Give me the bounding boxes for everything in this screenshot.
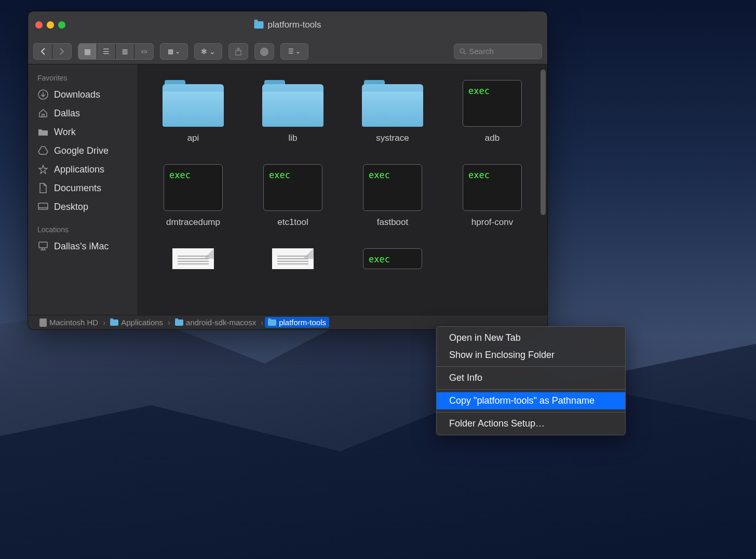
chevron-right-icon: › [103, 318, 105, 327]
share-group [228, 43, 248, 60]
house-icon [37, 108, 49, 119]
action-button[interactable]: ✻ ⌄ [195, 44, 222, 59]
sidebar-item-label: Applications [54, 164, 104, 175]
traffic-lights [35, 21, 65, 29]
arrange-button[interactable]: ▦ ⌄ [160, 44, 187, 59]
exec-icon: exec [164, 164, 223, 211]
context-menu: Open in New Tab Show in Enclosing Folder… [436, 326, 626, 435]
doc-icon [37, 182, 49, 194]
svg-rect-0 [236, 50, 241, 55]
sidebar-item-applications[interactable]: Applications [28, 160, 138, 179]
arrange-group: ▦ ⌄ [160, 43, 188, 60]
file-item-partial[interactable] [148, 248, 238, 269]
scrollbar-thumb[interactable] [541, 70, 546, 215]
menu-separator [437, 412, 625, 412]
folder-icon [175, 320, 183, 326]
menu-separator [437, 389, 625, 390]
file-item-dmtracedump[interactable]: exec dmtracedump [148, 164, 238, 228]
folder-icon [262, 80, 323, 127]
view-buttons: ▦ ☰ ▥ ▭ [78, 43, 154, 60]
apps-icon [37, 164, 49, 175]
breadcrumb-platform-tools[interactable]: platform-tools [265, 317, 329, 328]
folder-icon [268, 320, 276, 326]
menu-item-copy-pathname[interactable]: Copy "platform-tools" as Pathname [437, 392, 625, 409]
file-label: systrace [376, 133, 409, 143]
desktop-icon [37, 201, 49, 212]
maximize-button[interactable] [58, 21, 65, 29]
file-item-etc1tool[interactable]: exec etc1tool [248, 164, 338, 228]
list-view-button[interactable]: ☰ [97, 44, 116, 59]
search-field[interactable] [454, 44, 542, 59]
dropdown-button[interactable]: ☰ ⌄ [281, 44, 308, 59]
titlebar[interactable]: platform-tools [28, 11, 547, 38]
file-item-systrace[interactable]: systrace [348, 80, 437, 143]
close-button[interactable] [35, 21, 43, 29]
sidebar-item-label: Dallas's iMac [54, 241, 109, 252]
icon-view-button[interactable]: ▦ [78, 44, 97, 59]
file-item-hprof-conv[interactable]: exec hprof-conv [448, 164, 537, 228]
sidebar-item-label: Dallas [54, 108, 80, 119]
sidebar-item-imac[interactable]: Dallas's iMac [28, 237, 138, 256]
sidebar-header-locations: Locations [28, 222, 138, 237]
file-label: fastboot [377, 217, 409, 228]
file-item-lib[interactable]: lib [248, 80, 338, 143]
svg-rect-6 [39, 242, 47, 248]
sidebar-item-label: Desktop [54, 202, 88, 212]
sidebar-item-desktop[interactable]: Desktop [28, 197, 138, 216]
sidebar-header-favorites: Favorites [28, 71, 138, 85]
menu-item-folder-actions[interactable]: Folder Actions Setup… [437, 415, 625, 432]
column-view-button[interactable]: ▥ [116, 44, 134, 59]
file-item-partial[interactable] [248, 248, 338, 269]
file-item-fastboot[interactable]: exec fastboot [348, 164, 437, 228]
file-item-adb[interactable]: exec adb [448, 80, 537, 143]
file-item-api[interactable]: api [148, 80, 238, 143]
folder-icon [362, 80, 423, 127]
forward-button[interactable] [52, 44, 71, 59]
window-title: platform-tools [254, 20, 321, 30]
tag-button[interactable]: ⬤ [255, 44, 274, 59]
imac-icon [37, 241, 49, 252]
action-group: ✻ ⌄ [194, 43, 222, 60]
folder-icon [254, 21, 264, 29]
sidebar: Favorites Downloads Dallas Work Google D… [28, 64, 138, 315]
breadcrumb-android-sdk[interactable]: android-sdk-macosx [172, 317, 259, 328]
file-label: dmtracedump [166, 217, 220, 228]
window-title-text: platform-tools [268, 20, 321, 30]
sidebar-item-work[interactable]: Work [28, 123, 138, 141]
gallery-view-button[interactable]: ▭ [134, 44, 153, 59]
sidebar-item-label: Documents [54, 183, 101, 194]
svg-line-2 [464, 52, 466, 54]
folder-icon [163, 80, 224, 127]
breadcrumb-macintosh-hd[interactable]: Macintosh HD [36, 317, 101, 328]
exec-icon: exec [463, 80, 522, 127]
back-button[interactable] [34, 44, 52, 59]
gdrive-icon [37, 145, 49, 156]
exec-icon: exec [363, 248, 422, 269]
document-icon [172, 248, 214, 269]
file-label: lib [288, 133, 297, 143]
chevron-right-icon: › [168, 318, 170, 327]
folder-icon [110, 320, 118, 326]
download-icon [37, 89, 49, 100]
finder-window: platform-tools ▦ ☰ ▥ ▭ ▦ ⌄ ✻ ⌄ ⬤ ☰ ⌄ [28, 11, 547, 329]
sidebar-item-downloads[interactable]: Downloads [28, 85, 138, 104]
breadcrumb-applications[interactable]: Applications [107, 317, 166, 328]
toolbar: ▦ ☰ ▥ ▭ ▦ ⌄ ✻ ⌄ ⬤ ☰ ⌄ [28, 38, 547, 64]
sidebar-item-gdrive[interactable]: Google Drive [28, 141, 138, 160]
sidebar-item-label: Downloads [54, 89, 100, 100]
file-label: api [187, 133, 199, 143]
menu-item-open-new-tab[interactable]: Open in New Tab [437, 329, 625, 347]
file-item-partial[interactable]: exec [348, 248, 437, 269]
search-icon [460, 48, 466, 55]
sidebar-item-home[interactable]: Dallas [28, 104, 138, 123]
document-icon [272, 248, 314, 269]
share-button[interactable] [229, 44, 248, 59]
tag-group: ⬤ [254, 43, 274, 60]
menu-item-show-enclosing[interactable]: Show in Enclosing Folder [437, 347, 625, 364]
search-input[interactable] [469, 47, 536, 56]
sidebar-item-documents[interactable]: Documents [28, 179, 138, 197]
file-grid[interactable]: api lib systrace exec adb exec dmtracedu… [138, 64, 547, 315]
scrollbar[interactable] [539, 64, 547, 315]
minimize-button[interactable] [47, 21, 54, 29]
menu-item-get-info[interactable]: Get Info [437, 369, 625, 387]
